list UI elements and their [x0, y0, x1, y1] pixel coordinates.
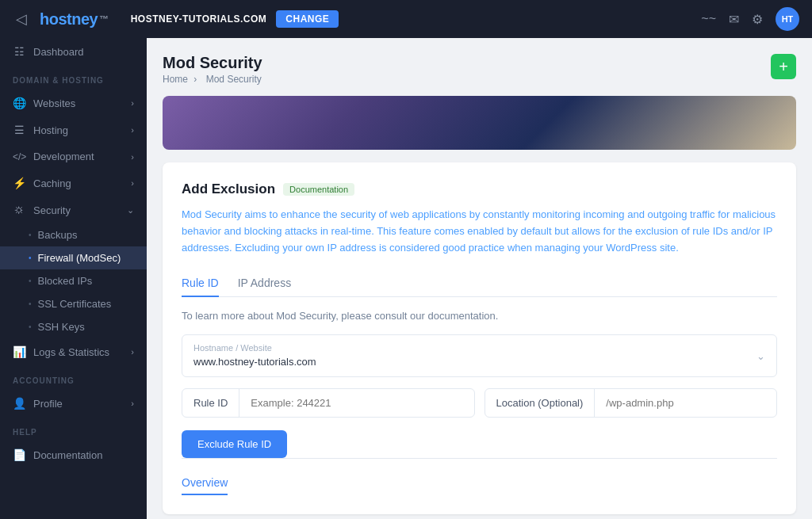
tab-ip-address[interactable]: IP Address	[238, 270, 291, 297]
description-text: Mod Security aims to enhance the securit…	[182, 207, 777, 256]
help-section-label: HELP	[0, 417, 147, 441]
websites-icon: 🌐	[13, 97, 25, 109]
settings-icon[interactable]: ⚙	[752, 12, 763, 27]
info-text: To learn more about Mod Security, please…	[182, 310, 777, 322]
card-title-row: Add Exclusion Documentation	[182, 181, 777, 197]
menu-toggle[interactable]: ◁	[13, 7, 30, 31]
caching-icon: ⚡	[13, 177, 25, 189]
overview-tab-row: Overview	[182, 471, 777, 495]
topnav-actions: ~~ ✉ ⚙ HT	[701, 7, 799, 31]
sidebar-item-development[interactable]: </> Development ›	[0, 143, 147, 170]
sidebar-item-ssh[interactable]: SSH Keys	[0, 315, 147, 338]
rule-id-group: Rule ID	[182, 388, 475, 418]
sidebar-item-hosting[interactable]: ☰ Hosting ›	[0, 116, 147, 143]
rule-id-label: Rule ID	[182, 389, 239, 417]
sidebar-item-profile[interactable]: 👤 Profile ›	[0, 390, 147, 417]
decorative-banner	[163, 96, 796, 150]
hostname-field[interactable]: Hostname / Website www.hostney-tutorials…	[182, 334, 777, 377]
page-header: Mod Security Home › Mod Security +	[163, 54, 796, 85]
chevron-right-icon: ›	[131, 399, 134, 408]
dashboard-icon: ☷	[13, 45, 25, 58]
domain-hosting-section-label: DOMAIN & HOSTING	[0, 65, 147, 90]
top-navigation: ◁ hostney™ HOSTNEY-TUTORIALS.COM CHANGE …	[0, 0, 812, 38]
add-button[interactable]: +	[771, 54, 796, 79]
chevron-right-icon: ›	[131, 125, 134, 135]
page-title: Mod Security	[163, 54, 265, 72]
activity-icon[interactable]: ~~	[701, 12, 716, 26]
card-title: Add Exclusion	[182, 181, 275, 197]
development-icon: </>	[13, 151, 25, 162]
mail-icon[interactable]: ✉	[729, 12, 739, 27]
add-exclusion-card: Add Exclusion Documentation Mod Security…	[163, 162, 796, 514]
overview-section: Overview	[182, 458, 777, 495]
avatar[interactable]: HT	[776, 7, 799, 31]
logs-icon: 📊	[13, 345, 25, 358]
hostname-chevron-icon: ⌄	[756, 350, 765, 362]
documentation-icon: 📄	[13, 448, 25, 461]
hostname-field-content: Hostname / Website www.hostney-tutorials…	[193, 343, 316, 368]
logo: hostney™	[40, 10, 109, 29]
tab-rule-id[interactable]: Rule ID	[182, 270, 219, 297]
documentation-badge[interactable]: Documentation	[283, 183, 354, 196]
sidebar-item-ssl[interactable]: SSL Certificates	[0, 292, 147, 315]
sidebar-item-security[interactable]: ⛭ Security ⌄	[0, 197, 147, 223]
sidebar: ☷ Dashboard DOMAIN & HOSTING 🌐 Websites …	[0, 38, 147, 519]
chevron-right-icon: ›	[131, 152, 134, 162]
chevron-right-icon: ›	[131, 98, 134, 108]
current-domain: HOSTNEY-TUTORIALS.COM	[131, 13, 267, 25]
chevron-right-icon: ›	[131, 178, 134, 188]
profile-icon: 👤	[13, 397, 25, 410]
exclusion-tabs: Rule ID IP Address	[182, 270, 777, 297]
sidebar-item-firewall[interactable]: Firewall (ModSec)	[0, 246, 147, 269]
sidebar-item-websites[interactable]: 🌐 Websites ›	[0, 90, 147, 116]
main-content: Mod Security Home › Mod Security + Add E…	[147, 38, 812, 519]
security-icon: ⛭	[13, 204, 25, 216]
breadcrumb-separator: ›	[193, 74, 197, 85]
chevron-down-icon: ⌄	[127, 205, 134, 216]
breadcrumb-home[interactable]: Home	[163, 74, 188, 85]
location-input[interactable]	[595, 389, 776, 417]
sidebar-item-dashboard[interactable]: ☷ Dashboard	[0, 38, 147, 65]
sidebar-item-logs[interactable]: 📊 Logs & Statistics ›	[0, 338, 147, 365]
breadcrumb: Home › Mod Security	[163, 74, 265, 85]
sidebar-item-caching[interactable]: ⚡ Caching ›	[0, 170, 147, 197]
hostname-label: Hostname / Website	[193, 343, 316, 353]
sidebar-item-blocked-ips[interactable]: Blocked IPs	[0, 269, 147, 292]
exclude-rule-id-button[interactable]: Exclude Rule ID	[182, 430, 287, 458]
page-header-left: Mod Security Home › Mod Security	[163, 54, 265, 85]
rule-location-row: Rule ID Location (Optional)	[182, 388, 777, 418]
location-group: Location (Optional)	[485, 388, 778, 418]
chevron-right-icon: ›	[131, 347, 134, 357]
location-label: Location (Optional)	[485, 389, 596, 417]
sidebar-item-backups[interactable]: Backups	[0, 223, 147, 246]
tab-overview[interactable]: Overview	[182, 471, 228, 495]
breadcrumb-current: Mod Security	[206, 74, 262, 85]
hostname-value: www.hostney-tutorials.com	[193, 356, 316, 368]
accounting-section-label: ACCOUNTING	[0, 365, 147, 390]
hosting-icon: ☰	[13, 124, 25, 136]
change-domain-button[interactable]: CHANGE	[276, 10, 339, 28]
sidebar-item-documentation[interactable]: 📄 Documentation	[0, 441, 147, 468]
rule-id-input[interactable]	[239, 389, 473, 417]
